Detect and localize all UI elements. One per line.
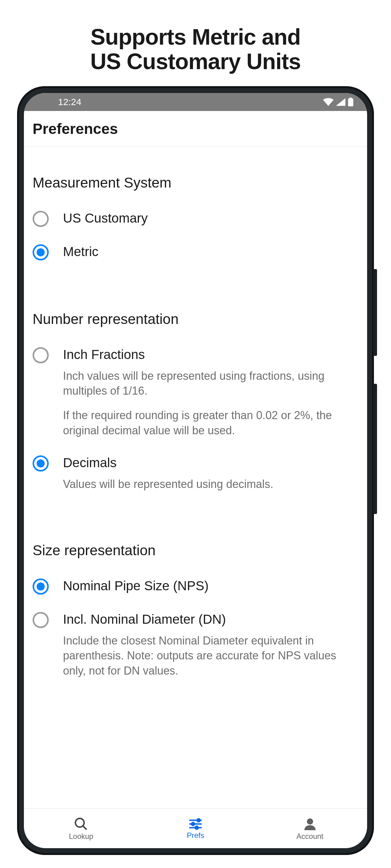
phone-frame: 12:24 Preferences Measurement System — [17, 86, 374, 855]
phone-side-button — [373, 384, 377, 514]
status-icons — [323, 98, 354, 106]
option-incl-dn[interactable]: Incl. Nominal Diameter (DN) Include the … — [33, 606, 358, 684]
option-label: Metric — [63, 244, 358, 260]
section-measurement-system: Measurement System US Customary Metric — [33, 174, 358, 266]
svg-rect-1 — [350, 98, 352, 99]
radio-icon[interactable] — [33, 211, 49, 227]
sliders-icon — [188, 817, 203, 831]
svg-point-5 — [197, 819, 200, 822]
promo-headline: Supports Metric and US Customary Units — [0, 0, 391, 86]
section-title: Size representation — [33, 542, 358, 559]
option-inch-fractions[interactable]: Inch Fractions Inch values will be repre… — [33, 341, 358, 444]
option-label: Nominal Pipe Size (NPS) — [63, 578, 358, 594]
option-nps[interactable]: Nominal Pipe Size (NPS) — [33, 572, 358, 600]
option-label: Inch Fractions — [63, 347, 358, 363]
option-description: Values will be represented using decimal… — [63, 477, 358, 492]
option-description: If the required rounding is greater than… — [63, 408, 358, 438]
option-label: US Customary — [63, 210, 358, 227]
section-title: Number representation — [33, 311, 358, 328]
nav-label: Lookup — [69, 832, 93, 841]
option-label: Decimals — [63, 455, 358, 471]
nav-label: Account — [296, 832, 323, 841]
svg-line-3 — [83, 826, 87, 830]
search-icon — [74, 816, 88, 831]
section-number-representation: Number representation Inch Fractions Inc… — [33, 311, 358, 497]
option-decimals[interactable]: Decimals Values will be represented usin… — [33, 449, 358, 497]
nav-account[interactable]: Account — [253, 809, 367, 848]
svg-point-10 — [307, 818, 313, 825]
radio-icon[interactable] — [33, 579, 49, 595]
status-time: 12:24 — [58, 97, 81, 107]
option-metric[interactable]: Metric — [33, 238, 358, 266]
bottom-nav: Lookup Prefs Account — [24, 808, 367, 848]
nav-lookup[interactable]: Lookup — [24, 809, 138, 848]
phone-side-button — [373, 269, 377, 356]
option-us-customary[interactable]: US Customary — [33, 205, 358, 232]
radio-icon[interactable] — [33, 347, 49, 363]
radio-icon[interactable] — [33, 455, 49, 471]
app-header: Preferences — [24, 111, 367, 147]
radio-icon[interactable] — [33, 244, 49, 260]
status-bar: 12:24 — [24, 93, 367, 111]
option-description: Inch values will be represented using fr… — [63, 369, 358, 399]
headline-text: Supports Metric and US Customary Units — [12, 25, 379, 74]
phone-screen: 12:24 Preferences Measurement System — [24, 93, 367, 848]
radio-icon[interactable] — [33, 612, 49, 628]
wifi-icon — [323, 98, 334, 106]
cell-signal-icon — [336, 98, 345, 106]
nav-prefs[interactable]: Prefs — [138, 809, 253, 848]
option-label: Incl. Nominal Diameter (DN) — [63, 611, 358, 628]
section-title: Measurement System — [33, 174, 358, 191]
page-title: Preferences — [33, 120, 358, 137]
battery-icon — [348, 98, 354, 106]
preferences-content[interactable]: Measurement System US Customary Metric — [24, 147, 367, 808]
svg-point-2 — [76, 818, 84, 827]
section-size-representation: Size representation Nominal Pipe Size (N… — [33, 542, 358, 684]
svg-point-7 — [192, 823, 195, 826]
user-icon — [303, 816, 317, 831]
nav-label: Prefs — [187, 831, 204, 840]
option-description: Include the closest Nominal Diameter equ… — [63, 633, 358, 679]
svg-point-9 — [195, 826, 198, 829]
svg-rect-0 — [348, 99, 354, 106]
phone-mockup: 12:24 Preferences Measurement System — [0, 86, 391, 855]
